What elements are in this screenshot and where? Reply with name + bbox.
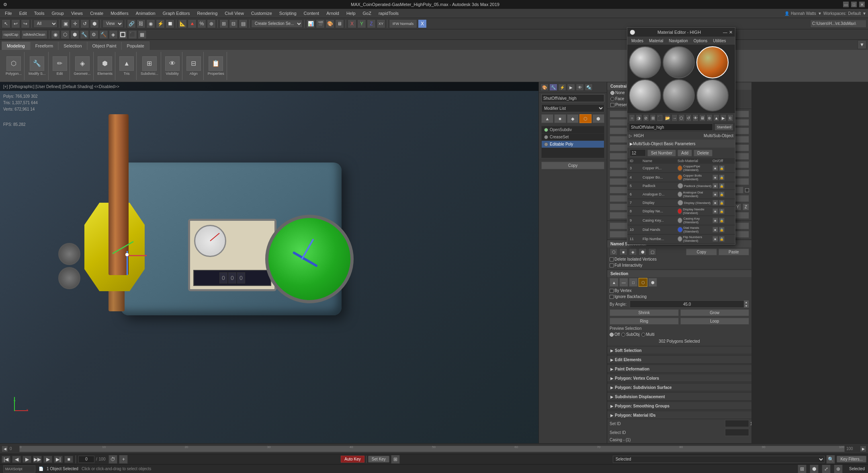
sub-row-9[interactable]: 9 Casing Key... Casing Key (Standard) ■ …: [627, 216, 735, 225]
mat-editor-minimize[interactable]: —: [723, 30, 727, 35]
menu-create[interactable]: Create: [87, 10, 106, 16]
mat-sphere-4[interactable]: [629, 79, 661, 111]
panel-icon-motion[interactable]: ▶: [567, 84, 575, 91]
by-angle-input[interactable]: [630, 302, 744, 306]
tb-scale[interactable]: ⬢: [90, 19, 99, 28]
tb2-btn8[interactable]: 🔳: [119, 30, 127, 39]
subobj-vertex[interactable]: ▲: [541, 114, 553, 123]
menu-views[interactable]: Views: [68, 10, 86, 16]
tab-modeling[interactable]: Modeling: [2, 41, 30, 50]
menu-help[interactable]: Help: [343, 10, 359, 16]
tb-x[interactable]: X: [348, 19, 356, 28]
onoff-btn-10[interactable]: ■: [712, 227, 718, 232]
ribbon-properties-icon[interactable]: 📋: [209, 56, 223, 71]
ribbon-modify-icon[interactable]: 🔧: [30, 56, 44, 71]
tb-bind-space[interactable]: ◉: [146, 19, 155, 28]
tb-matlib[interactable]: 🎨: [326, 19, 334, 28]
tb2-btn6[interactable]: 🔨: [99, 30, 108, 39]
multi-sub-add[interactable]: Add: [678, 150, 692, 156]
menu-file[interactable]: File: [2, 10, 15, 16]
tb-graph-editors[interactable]: 📊: [306, 19, 315, 28]
mat-btn-go-forward[interactable]: ▶: [720, 114, 726, 121]
panel-icon-create[interactable]: 🎨: [540, 84, 549, 91]
set-id-input[interactable]: [725, 422, 751, 426]
tb-select-btn[interactable]: ↖: [2, 19, 10, 28]
ignore-backfacing-checkbox[interactable]: Ignore Backfacing: [610, 294, 647, 299]
mat-btn-put-to-scene[interactable]: →: [671, 114, 678, 121]
minimize-button[interactable]: —: [843, 2, 849, 7]
tab-freeform[interactable]: Freeform: [30, 41, 59, 50]
lock-btn-4[interactable]: 🔒: [719, 175, 725, 180]
soft-selection-header[interactable]: ▶ Soft Selection: [607, 347, 751, 354]
onoff-btn-3[interactable]: ■: [712, 165, 718, 171]
menu-animation[interactable]: Animation: [133, 10, 159, 16]
anim-play-all[interactable]: ▶▶: [33, 456, 42, 463]
close-button[interactable]: ✕: [859, 2, 865, 7]
mat-btn-reset-map[interactable]: ↺: [686, 114, 692, 121]
mat-menu-navigation[interactable]: Navigation: [667, 38, 690, 43]
status-fullscreen[interactable]: ⤢: [822, 465, 831, 473]
sub-row-3[interactable]: 3 Copper Pi... CopperPipe (Standard) ■ 🔒: [627, 164, 735, 173]
sub-row-12[interactable]: 12 Shut Off A... t Off Attachment (Stand…: [627, 244, 735, 244]
timeline-next[interactable]: ▶: [860, 446, 866, 452]
multi-sub-delete[interactable]: Delete: [694, 150, 712, 156]
anim-plus[interactable]: +: [119, 455, 128, 464]
ribbon-align-icon[interactable]: ⊟: [186, 56, 201, 71]
mat-btn-show-in-vp[interactable]: 👁: [692, 114, 698, 121]
key-filters-button[interactable]: Key Filters...: [837, 456, 866, 463]
selected-dropdown[interactable]: Selected: [613, 456, 825, 463]
sub-row-10[interactable]: 10 Dial Hands Dial Hands (Standard) ■ 🔒: [627, 225, 735, 234]
tb-schematic[interactable]: 🔲: [166, 19, 174, 28]
subobj-edge[interactable]: ■: [554, 114, 566, 123]
onoff-btn-7[interactable]: ■: [712, 200, 718, 206]
status-zoom[interactable]: ⊕: [834, 465, 843, 473]
ns-icon-4[interactable]: ⬢: [639, 248, 647, 255]
sel-polygon-icon[interactable]: ⬡: [639, 278, 647, 287]
mat-editor-close[interactable]: ✕: [729, 30, 733, 35]
onoff-btn-8[interactable]: ■: [712, 208, 718, 214]
ns-icon-2[interactable]: ■: [619, 248, 627, 255]
btn-loop[interactable]: Loop: [680, 318, 749, 325]
mat-sphere-6[interactable]: [696, 79, 729, 111]
btn-shrink[interactable]: Shrink: [610, 309, 679, 316]
tab-selection[interactable]: Selection: [58, 41, 87, 50]
tb-layer[interactable]: ▤: [239, 19, 248, 28]
ribbon-collapse[interactable]: ▼: [858, 40, 866, 49]
tb-percentsnap[interactable]: %: [197, 19, 206, 28]
ns-copy-btn[interactable]: Copy: [686, 249, 717, 255]
subobj-element[interactable]: ⬢: [592, 114, 604, 123]
mat-sphere-3[interactable]: [696, 46, 729, 78]
lock-btn-6[interactable]: 🔒: [719, 191, 725, 197]
sel-element-icon[interactable]: ⬢: [648, 278, 657, 287]
menu-arnold[interactable]: Arnold: [323, 10, 342, 16]
mat-btn-sample-type[interactable]: ○: [629, 114, 635, 121]
select-id-input[interactable]: [725, 430, 751, 435]
timeline-prev[interactable]: ◀: [2, 446, 8, 452]
tb-align[interactable]: ⊟: [229, 19, 238, 28]
status-grid-icon[interactable]: ⊞: [798, 465, 807, 473]
tb-view-dropdown[interactable]: View: [102, 20, 123, 28]
ribbon-polygon-icon[interactable]: ⬡: [6, 56, 21, 71]
mat-btn-go-to-parent[interactable]: ▲: [713, 114, 719, 121]
by-vertex-checkbox[interactable]: By Vertex: [610, 288, 632, 293]
anim-keying-sets[interactable]: ⊞: [391, 455, 400, 464]
anim-play[interactable]: ▶: [23, 456, 31, 463]
tb-y[interactable]: Y: [357, 19, 366, 28]
tb-anglesnap[interactable]: 🔺: [188, 19, 197, 28]
tb-link[interactable]: 🔗: [127, 19, 136, 28]
tb2-btn5[interactable]: ⚙: [90, 30, 98, 39]
tab-object-paint[interactable]: Object Paint: [87, 41, 122, 50]
tb-rotate[interactable]: ↺: [80, 19, 89, 28]
material-name-input[interactable]: [629, 123, 713, 131]
menu-scripting[interactable]: Scripting: [276, 10, 300, 16]
lock-btn-11[interactable]: 🔒: [719, 236, 725, 242]
menu-customize[interactable]: Customize: [248, 10, 275, 16]
tb2-btn7[interactable]: ◈: [109, 30, 118, 39]
ribbon-geometry-icon[interactable]: ◈: [75, 56, 90, 71]
tb-rendering[interactable]: 🎬: [316, 19, 325, 28]
multi-sub-header[interactable]: ▶ Multi/Sub-Object Basic Parameters: [627, 140, 735, 148]
onoff-btn-6[interactable]: ■: [712, 191, 718, 197]
menu-content[interactable]: Content: [301, 10, 323, 16]
mat-sphere-1[interactable]: [629, 46, 661, 78]
lock-btn-9[interactable]: 🔒: [719, 218, 725, 223]
